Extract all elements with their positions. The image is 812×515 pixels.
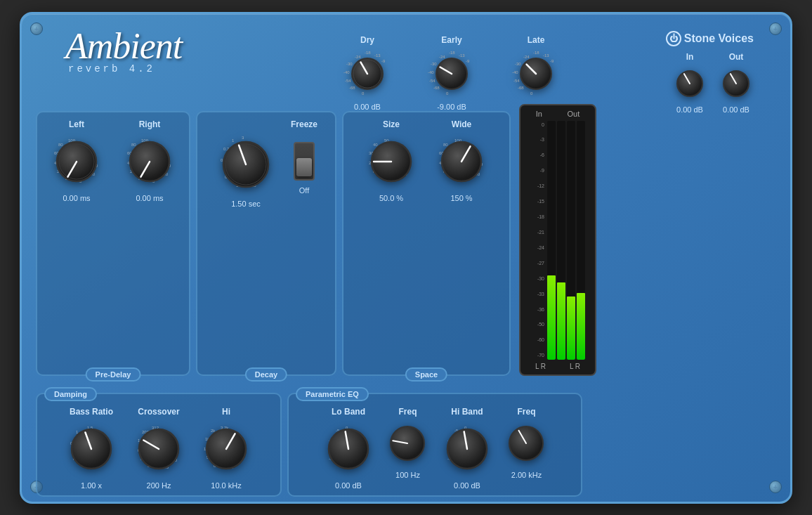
- size-label: Size: [383, 119, 400, 129]
- vu-in-label: In: [536, 110, 542, 118]
- pre-delay-label: Pre-Delay: [86, 367, 141, 382]
- svg-text:-24: -24: [355, 55, 361, 59]
- toggle-knob: [296, 158, 312, 176]
- decay-knob-group: 3 1 0.3 0 0 100 30 10: [215, 119, 277, 208]
- early-value: -9.00 dB: [437, 103, 466, 111]
- svg-text:-30: -30: [431, 62, 437, 66]
- late-label: Late: [528, 35, 545, 45]
- svg-text:-9: -9: [550, 59, 554, 63]
- pre-delay-panel: Left 100 80: [36, 111, 190, 376]
- hi-freq-knob[interactable]: [504, 421, 549, 467]
- vu-in-pair: [547, 121, 565, 360]
- svg-text:0: 0: [362, 91, 365, 96]
- bass-ratio-knob[interactable]: 1.5 1 0.5 0 0 2 2.5: [63, 421, 119, 477]
- left-label: Left: [69, 119, 84, 129]
- right-knob[interactable]: 100 80 60 40 20 0 0 160 140 120: [122, 133, 178, 190]
- left-value: 0.00 ms: [63, 194, 90, 202]
- hi-knob-group: Hi 3.2k 2k: [198, 407, 254, 490]
- svg-text:-40: -40: [343, 70, 350, 74]
- bass-ratio-knob-group: Bass Ratio 1.5 1: [63, 407, 119, 490]
- left-knob-group: Left 100 80: [48, 119, 105, 202]
- svg-text:80: 80: [58, 143, 63, 147]
- main-panels: Left 100 80: [30, 104, 782, 376]
- lo-band-value: 0.00 dB: [335, 481, 362, 490]
- header: Ambient reverb 4.2 Dry: [30, 22, 782, 100]
- bass-ratio-label: Bass Ratio: [70, 407, 113, 417]
- lo-freq-label: Freq: [398, 407, 417, 417]
- hi-band-label: Hi Band: [451, 407, 483, 417]
- svg-text:-54: -54: [513, 79, 520, 83]
- svg-text:-30: -30: [515, 62, 521, 66]
- right-label: Right: [139, 119, 161, 129]
- peq-panel: Parametric EQ Lo Band: [287, 393, 582, 497]
- dry-knob[interactable]: -24 -18 -13 -9 -30 -40 -54 -68 0: [343, 49, 392, 98]
- lo-band-knob[interactable]: 0 -5 -10 -15 5 10: [320, 421, 376, 477]
- brand-name: ⏻ Stone Voices: [666, 31, 754, 46]
- svg-text:-13: -13: [374, 53, 381, 58]
- top-io-area: In 0.00 dB: [672, 52, 754, 114]
- plugin-name: Ambient: [65, 28, 262, 65]
- size-value: 50.0 %: [379, 194, 403, 202]
- logo-area: Ambient reverb 4.2: [65, 28, 262, 74]
- late-knob[interactable]: -24 -18 -13 -9 -30 -40 -54 -68 0: [511, 49, 561, 98]
- wide-knob[interactable]: 100 80 60 40 0 0 160 140 120: [433, 133, 490, 190]
- crossover-knob[interactable]: 312 200 125 08 50 0 500 800 1k 2k: [131, 421, 187, 477]
- hi-band-knob-group: Hi Band 0 -5: [439, 407, 495, 490]
- in-label: In: [686, 52, 694, 62]
- screw-tl: [30, 22, 43, 35]
- out-knob[interactable]: [719, 66, 754, 101]
- svg-text:-68: -68: [349, 86, 355, 90]
- svg-text:-68: -68: [433, 86, 440, 90]
- early-knob[interactable]: -24 -18 -13 -9 -30 -40 -54 -68 0: [427, 49, 476, 98]
- space-label: Space: [405, 367, 447, 382]
- svg-text:80: 80: [131, 143, 136, 147]
- power-icon: ⏻: [666, 31, 681, 46]
- vu-out-pair: [567, 121, 585, 360]
- wide-label: Wide: [452, 119, 472, 129]
- lo-freq-knob-group: Freq 100 H: [385, 407, 431, 479]
- in-value: 0.00 dB: [676, 105, 703, 114]
- svg-text:-18: -18: [533, 51, 539, 55]
- dry-label: Dry: [360, 35, 374, 45]
- svg-text:-68: -68: [518, 86, 524, 90]
- lo-band-label: Lo Band: [332, 407, 365, 417]
- lo-freq-knob[interactable]: [385, 421, 431, 467]
- out-value: 0.00 dB: [723, 105, 749, 114]
- svg-text:80: 80: [443, 143, 448, 147]
- vu-meter-panel: In Out 0 -3 -6 -9 -12 -15 -18 -21 -24 -2…: [519, 104, 596, 376]
- crossover-label: Crossover: [138, 407, 179, 417]
- svg-text:-18: -18: [365, 51, 371, 55]
- in-knob[interactable]: [672, 66, 707, 101]
- decay-value: 1.50 sec: [231, 200, 261, 208]
- decay-knob[interactable]: 3 1 0.3 0 0 100 30 10: [215, 133, 277, 195]
- hi-knob[interactable]: 3.2k 2k 1k 1.3k 500 0 5k 8k 12k 20k: [198, 421, 254, 477]
- vu-lr-left: L R: [535, 363, 546, 370]
- top-knobs-area: Dry -24 -18 -13: [262, 28, 641, 111]
- svg-text:-24: -24: [439, 55, 445, 59]
- svg-text:0: 0: [446, 91, 449, 96]
- out-label: Out: [729, 52, 744, 62]
- screw-br: [769, 481, 782, 493]
- svg-text:0: 0: [530, 91, 533, 96]
- damping-label: Damping: [44, 387, 97, 401]
- svg-text:-9: -9: [381, 59, 386, 63]
- peq-label: Parametric EQ: [296, 387, 369, 401]
- lo-freq-value: 100 Hz: [395, 471, 420, 479]
- freeze-toggle[interactable]: [294, 142, 315, 181]
- bottom-panels: Damping Bass Ratio: [30, 393, 782, 497]
- decay-panel: 3 1 0.3 0 0 100 30 10: [196, 111, 336, 376]
- hi-freq-value: 2.00 kHz: [511, 471, 542, 479]
- hi-band-knob[interactable]: 0 -5 -10 -15 5 10: [439, 421, 495, 477]
- wide-value: 150 %: [450, 194, 472, 202]
- lo-band-knob-group: Lo Band 0 -5: [320, 407, 376, 490]
- dry-knob-group: Dry -24 -18 -13: [343, 35, 392, 111]
- bass-ratio-value: 1.00 x: [81, 481, 102, 490]
- freeze-section: Freeze Off: [291, 119, 317, 195]
- right-value: 0.00 ms: [136, 194, 163, 202]
- plugin-body: Ambient reverb 4.2 Dry: [20, 12, 792, 504]
- hi-freq-knob-group: Freq 2.00: [504, 407, 549, 479]
- brand-area: ⏻ Stone Voices In: [641, 28, 754, 114]
- left-knob[interactable]: 100 80 60 40 20 0 0 160 140 120: [48, 133, 105, 190]
- size-knob[interactable]: 50 40 30 20 0 0 70 60: [363, 133, 419, 190]
- late-knob-group: Late -24 -18 -13 -9: [511, 35, 561, 111]
